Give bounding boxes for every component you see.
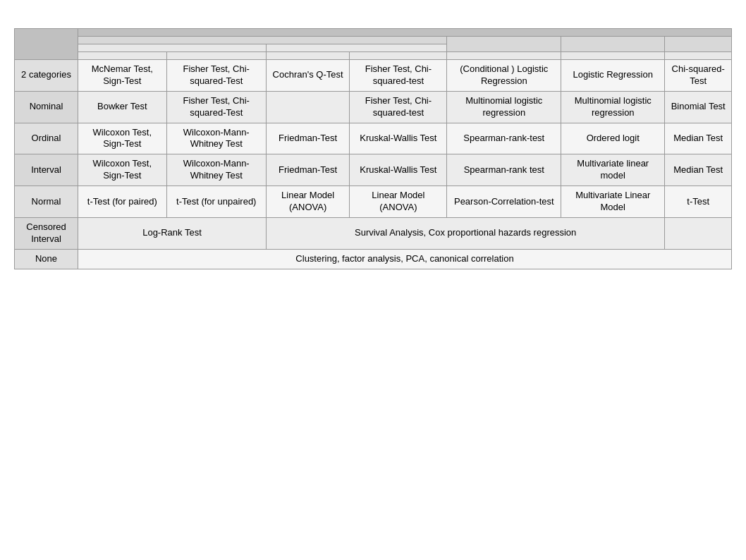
cell: Wilcoxon Test, Sign-Test [78,123,167,154]
paired2-header [266,52,349,60]
normal-interval-header [447,37,561,52]
statistical-tests-table: 2 categoriesMcNemar Test, Sign-TestFishe… [14,28,732,269]
more-than-1-header [561,37,665,52]
row-label: None [15,249,78,269]
unpaired1-header [166,52,266,60]
table-row: Normalt-Test (for paired)t-Test (for unp… [15,186,732,218]
cell: Spearman-rank test [447,154,561,186]
more-groups-header [266,44,447,52]
cell: Wilcoxon Test, Sign-Test [78,154,167,186]
none-header [665,37,732,52]
table-row: NominalBowker TestFisher Test, Chi-squar… [15,91,732,123]
cell: Linear Model (ANOVA) [266,186,349,218]
cell: Multivariate linear model [561,154,665,186]
table-row: Censored IntervalLog-Rank TestSurvival A… [15,217,732,249]
cell: Fisher Test, Chi-squared-Test [166,60,266,92]
cell: Fisher Test, Chi-squared-test [350,60,447,92]
table-row: OrdinalWilcoxon Test, Sign-TestWilcoxon-… [15,123,732,154]
row-label: 2 categories [15,60,78,92]
cell: Linear Model (ANOVA) [350,186,447,218]
cell: Log-Rank Test [78,217,267,249]
cell: Kruskal-Wallis Test [350,154,447,186]
cell: t-Test [665,186,732,218]
cell: Binomial Test [665,91,732,123]
cell: Friedman-Test [266,154,349,186]
indep-var-header [78,29,732,37]
cell: Spearman-rank-test [447,123,561,154]
cell: Ordered logit [561,123,665,154]
cell: Fisher Test, Chi-squared-Test [166,91,266,123]
cell: t-Test (for paired) [78,186,167,218]
cell: Wilcoxon-Mann-Whitney Test [166,123,266,154]
two-groups-header [78,44,267,52]
cell: Fisher Test, Chi-squared-test [350,91,447,123]
cell: Multinomial logistic regression [447,91,561,123]
table-row: NoneClustering, factor analysis, PCA, ca… [15,249,732,269]
cell [266,91,349,123]
cell: Multinomial logistic regression [561,91,665,123]
cell: Logistic Regression [561,60,665,92]
cell: Cochran's Q-Test [266,60,349,92]
cell: Kruskal-Wallis Test [350,123,447,154]
row-label: Ordinal [15,123,78,154]
cell [665,217,732,249]
cell: Bowker Test [78,91,167,123]
cell: Friedman-Test [266,123,349,154]
cell: Survival Analysis, Cox proportional haza… [266,217,664,249]
cell: t-Test (for unpaired) [166,186,266,218]
cell: Median Test [665,154,732,186]
row-label: Normal [15,186,78,218]
cell: Wilcoxon-Mann-Whitney Test [166,154,266,186]
paired1-header [78,52,167,60]
row-label: Interval [15,154,78,186]
cell: (Conditional ) Logistic Regression [447,60,561,92]
ordinal-cat-header [78,37,447,44]
table-row: IntervalWilcoxon Test, Sign-TestWilcoxon… [15,154,732,186]
cell: Multivariate Linear Model [561,186,665,218]
row-label: Censored Interval [15,217,78,249]
cell: Median Test [665,123,732,154]
dep-var-header [15,29,78,60]
row-label: Nominal [15,91,78,123]
cell: McNemar Test, Sign-Test [78,60,167,92]
unpaired2-header [350,52,447,60]
cell: Chi-squared-Test [665,60,732,92]
table-row: 2 categoriesMcNemar Test, Sign-TestFishe… [15,60,732,92]
cell: Pearson-Correlation-test [447,186,561,218]
cell: Clustering, factor analysis, PCA, canoni… [78,249,732,269]
